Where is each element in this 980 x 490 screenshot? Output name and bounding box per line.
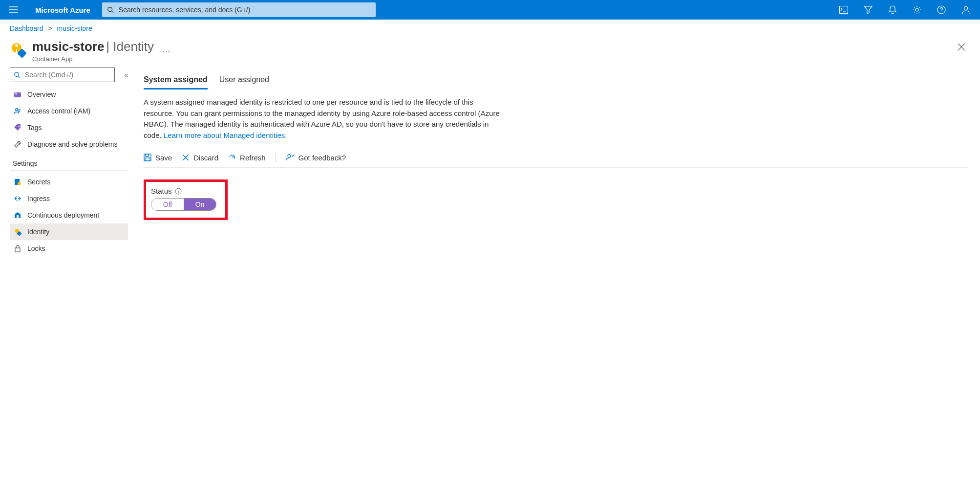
collapse-sidebar-button[interactable]: « [125,71,128,79]
global-search[interactable] [102,2,376,17]
status-toggle-off[interactable]: Off [151,199,184,210]
resource-icon [10,41,26,58]
gear-icon [913,5,921,14]
refresh-button[interactable]: Refresh [228,154,266,162]
discard-icon [182,154,190,161]
more-button[interactable]: ⋯ [162,46,170,57]
svg-point-12 [19,126,20,127]
sidebar-item-overview[interactable]: Overview [10,86,128,103]
sidebar-item-continuous-deployment[interactable]: Continuous deployment [10,207,128,223]
close-icon [958,43,965,51]
resource-name: music-store [32,39,104,54]
toolbar: Save Discard Refresh Got feedback? [144,150,968,168]
deploy-icon [13,211,22,219]
status-toggle[interactable]: Off On [151,198,216,211]
identity-description: A system assigned managed identity is re… [144,97,505,141]
sidebar-item-label: Diagnose and solve problems [27,140,117,148]
sidebar-item-access-control[interactable]: Access control (IAM) [10,103,128,119]
svg-rect-1 [840,6,848,14]
svg-point-0 [108,7,112,12]
svg-point-11 [18,110,20,111]
sidebar-search-input[interactable] [10,67,115,82]
svg-rect-9 [15,93,17,94]
help-button[interactable] [931,0,952,20]
cloud-shell-icon [839,6,848,14]
svg-rect-15 [17,215,19,218]
toolbar-divider [276,153,276,162]
svg-point-2 [916,8,918,11]
sidebar-item-label: Continuous deployment [27,211,99,219]
feedback-icon [286,154,295,161]
settings-button[interactable] [907,0,927,20]
search-icon [107,6,114,13]
svg-rect-21 [145,158,150,161]
cloud-shell-button[interactable] [833,0,854,20]
sidebar-item-label: Locks [27,245,45,252]
close-button[interactable] [958,43,965,51]
sidebar-item-locks[interactable]: Locks [10,240,128,257]
search-icon [14,71,21,78]
sidebar: « Overview Access control (IAM) Tags Dia… [0,67,132,257]
account-button[interactable] [956,0,976,20]
page-header: music-store | Identity Container App ⋯ [0,37,980,67]
sidebar-item-label: Identity [27,228,49,236]
breadcrumb-item[interactable]: Dashboard [10,24,43,32]
hamburger-icon [9,6,18,13]
brand-label[interactable]: Microsoft Azure [27,6,98,14]
tag-icon [13,124,22,132]
sidebar-item-label: Ingress [27,195,50,202]
discard-button[interactable]: Discard [182,154,218,162]
sidebar-item-ingress[interactable]: Ingress [10,190,128,207]
save-button[interactable]: Save [144,154,172,162]
filter-button[interactable] [858,0,878,20]
refresh-icon [228,154,236,161]
save-icon [144,154,151,161]
overview-icon [13,90,22,98]
svg-rect-14 [18,182,21,185]
sidebar-search[interactable] [10,67,120,82]
svg-rect-8 [14,92,21,97]
identity-tabs: System assigned User assigned [144,71,968,90]
help-icon [937,5,946,14]
wrench-icon [13,140,22,148]
svg-point-7 [15,72,19,77]
breadcrumb-item[interactable]: music-store [57,24,92,32]
sidebar-item-label: Tags [27,124,42,132]
page-section: Identity [113,39,154,54]
learn-more-link[interactable]: Learn more about Managed identities. [164,131,287,139]
person-icon [961,5,970,14]
sidebar-item-label: Access control (IAM) [27,107,90,115]
notifications-button[interactable] [882,0,903,20]
status-toggle-on[interactable]: On [184,199,216,210]
bell-icon [889,5,896,14]
tab-user-assigned[interactable]: User assigned [219,71,269,89]
sidebar-group-settings: Settings [10,153,128,171]
sidebar-item-label: Secrets [27,178,50,186]
menu-button[interactable] [4,0,23,20]
svg-point-22 [288,155,291,157]
global-search-input[interactable] [102,2,376,17]
identity-icon [13,228,22,236]
page-title-separator: | [106,39,113,54]
sidebar-item-label: Overview [27,90,56,98]
sidebar-item-identity[interactable]: Identity [10,223,128,240]
svg-rect-18 [15,248,20,252]
people-icon [13,107,22,115]
main-content: System assigned User assigned A system a… [132,67,980,257]
topbar: Microsoft Azure [0,0,980,20]
sidebar-item-tags[interactable]: Tags [10,119,128,136]
sidebar-item-secrets[interactable]: Secrets [10,174,128,190]
secrets-icon [13,178,22,186]
breadcrumb: Dashboard > music-store [0,20,980,37]
feedback-button[interactable]: Got feedback? [286,154,346,162]
info-icon[interactable] [175,188,182,195]
breadcrumb-separator: > [48,24,52,32]
ingress-icon [13,195,22,202]
svg-point-4 [964,7,968,10]
svg-point-10 [16,109,18,111]
status-label: Status [151,187,216,195]
status-highlight-box: Status Off On [144,179,228,220]
sidebar-item-diagnose[interactable]: Diagnose and solve problems [10,136,128,153]
filter-icon [864,5,873,14]
tab-system-assigned[interactable]: System assigned [144,71,208,89]
